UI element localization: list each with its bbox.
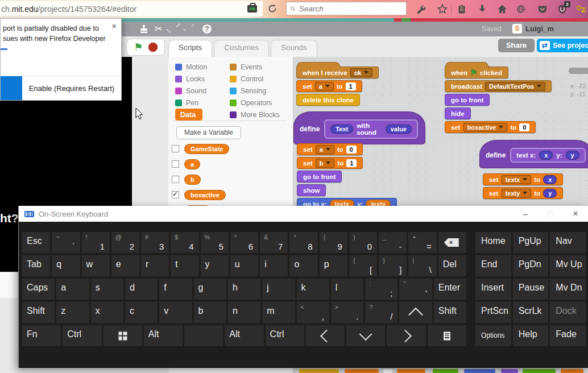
key-icon[interactable] (576, 4, 586, 14)
wrench-icon[interactable] (416, 4, 426, 14)
keyboard-key[interactable]: " ' (399, 279, 432, 300)
palette-category[interactable]: Motion (175, 61, 208, 73)
keyboard-key[interactable] (428, 325, 466, 346)
globe-edit-icon[interactable] (516, 4, 527, 14)
keyboard-key[interactable]: Mv Up (550, 255, 586, 276)
keyboard-key[interactable]: Shift (434, 302, 466, 323)
block-define-text-xy[interactable]: define text x: x y: y (479, 140, 588, 168)
keyboard-key[interactable]: ^ 6 (230, 232, 258, 253)
keyboard-key[interactable]: w (82, 255, 110, 276)
keyboard-key[interactable]: k (297, 279, 329, 300)
url-bar[interactable]: ch.mit.edu/projects/145753264/#editor ON (0, 1, 263, 16)
green-flag-icon[interactable]: ⚑ (134, 42, 143, 52)
keyboard-key[interactable]: m (262, 302, 295, 323)
value-input[interactable]: 1 (346, 82, 356, 90)
close-icon[interactable]: × (111, 21, 117, 31)
keyboard-key[interactable]: | \ (408, 255, 436, 276)
palette-category[interactable]: Pen (175, 97, 198, 109)
message-dropdown[interactable]: ok (350, 68, 373, 77)
value-input[interactable]: 0 (346, 146, 357, 154)
home-icon[interactable] (497, 4, 507, 14)
keyboard-key[interactable] (399, 302, 432, 323)
https-on-icon[interactable]: ON (247, 5, 257, 13)
keyboard-key[interactable]: c (125, 302, 158, 323)
keyboard-key[interactable]: ? / (365, 302, 397, 323)
stamp-icon[interactable] (139, 23, 149, 35)
keyboard-key[interactable]: : ; (365, 279, 397, 300)
tab[interactable]: Costumes (214, 40, 269, 57)
keyboard-key[interactable]: Del (438, 255, 466, 276)
enable-restart-button[interactable]: Enable (Requires Restart) (22, 76, 121, 100)
keyboard-key[interactable]: v (159, 302, 192, 323)
param-x[interactable]: x (543, 175, 557, 184)
keyboard-key[interactable]: Ctrl (63, 325, 101, 346)
keyboard-key[interactable]: r (141, 255, 169, 276)
reload-icon[interactable] (267, 3, 278, 14)
message-dropdown[interactable]: DefaultTextPos (485, 82, 545, 91)
palette-category[interactable]: Events (230, 61, 262, 73)
keyboard-key[interactable] (103, 325, 142, 346)
tab[interactable]: Sounds (271, 40, 317, 57)
keyboard-key[interactable]: Alt (225, 325, 263, 346)
keyboard-key[interactable]: h (228, 279, 260, 300)
keyboard-key[interactable]: & 7 (260, 232, 288, 253)
palette-category[interactable]: Sensing (230, 85, 266, 97)
keyboard-key[interactable]: x (91, 302, 123, 323)
block-set-a-1[interactable]: set a to 1 (296, 80, 362, 92)
variable-checkbox[interactable] (172, 191, 179, 198)
keyboard-key[interactable]: g (194, 279, 226, 300)
scrollbar-thumb[interactable] (569, 68, 588, 74)
keyboard-key[interactable]: q (52, 255, 80, 276)
keyboard-key[interactable]: b (194, 302, 226, 323)
keyboard-key[interactable]: } ] (379, 255, 407, 276)
keyboard-key[interactable]: l (331, 279, 363, 300)
keyboard-key[interactable]: Tab (22, 255, 50, 276)
keyboard-key[interactable]: ( 9 (320, 232, 347, 253)
variable-dropdown[interactable]: a (315, 82, 334, 91)
keyboard-key[interactable]: Fn (22, 325, 61, 346)
variable-checkbox[interactable] (172, 176, 179, 183)
keyboard-key[interactable]: Options (475, 325, 511, 346)
keyboard-key[interactable]: < , (297, 302, 329, 323)
param-y[interactable]: y (566, 151, 579, 160)
param-text[interactable]: Text (330, 125, 353, 134)
keyboard-key[interactable]: ! 1 (82, 232, 110, 253)
palette-category[interactable]: Sound (175, 85, 206, 97)
block-set-b-1[interactable]: set b to 1 (297, 157, 363, 169)
param-x[interactable]: x (539, 151, 553, 160)
variable-dropdown[interactable]: texty (502, 189, 532, 198)
variable-dropdown[interactable]: b (316, 159, 335, 168)
keyboard-key[interactable] (346, 325, 385, 346)
block-when-flag-clicked[interactable]: when ⚑ clicked (445, 67, 508, 78)
block-show[interactable]: show (297, 184, 326, 196)
block-when-i-receive[interactable]: when I receive ok (296, 67, 379, 78)
minimize-button[interactable]: – (513, 206, 538, 222)
keyboard-key[interactable]: $ 4 (171, 232, 198, 253)
keyboard-key[interactable]: i (260, 255, 288, 276)
variable-dropdown[interactable]: a (316, 145, 334, 154)
see-project-button[interactable]: ⇄ See projec (537, 39, 588, 52)
keyboard-key[interactable]: p (320, 255, 347, 276)
keyboard-key[interactable]: Esc (22, 232, 50, 253)
block-hide[interactable]: hide (445, 107, 471, 119)
keyboard-key[interactable]: Nav (550, 232, 586, 253)
popup-button-fragment[interactable] (1, 76, 22, 100)
keyboard-key[interactable] (387, 325, 425, 346)
search-input[interactable] (298, 4, 402, 14)
variable-dropdown[interactable]: textx (502, 175, 532, 184)
keyboard-key[interactable]: f (159, 279, 192, 300)
palette-category[interactable]: Control (230, 73, 263, 85)
block-set-boxactive[interactable]: set boxactive to 0 (445, 121, 536, 133)
keyboard-key[interactable]: Alt (144, 325, 183, 346)
block-broadcast[interactable]: broadcast DefaultTextPos (445, 80, 552, 92)
block-set-texty[interactable]: set texty to y (483, 187, 563, 199)
block-go-to-front[interactable]: go to front (445, 94, 490, 106)
scissors-icon[interactable]: ✂ (155, 23, 162, 35)
keyboard-key[interactable]: y (201, 255, 229, 276)
stop-icon[interactable] (148, 43, 158, 52)
variable-pill[interactable]: boxactive (184, 190, 226, 200)
keyboard-key[interactable]: Help (513, 325, 549, 346)
make-variable-button[interactable]: Make a Variable (176, 126, 241, 139)
keyboard-key[interactable]: a (56, 279, 89, 300)
keyboard-key[interactable] (306, 325, 345, 346)
